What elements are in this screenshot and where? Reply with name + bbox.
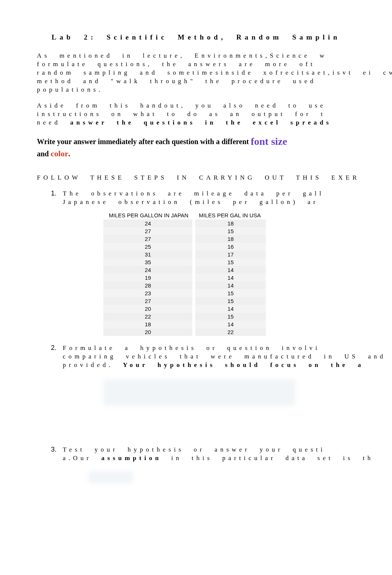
cell-usa: 14 xyxy=(194,266,266,274)
cell-usa: 15 xyxy=(194,289,266,297)
step-bold: Your hypothesis should focus on the a xyxy=(123,361,364,368)
step-line: The observations are mileage data per ga… xyxy=(63,190,355,198)
follow-steps-heading: FOLLOW THESE STEPS IN CARRYING OUT THIS … xyxy=(37,174,355,181)
intro-paragraph: As mentioned in lecture, Environments,Sc… xyxy=(37,52,355,94)
step-line: Japanese observation (miles per gallon) … xyxy=(63,198,355,207)
step-item: 1. The observations are mileage data per… xyxy=(51,190,355,336)
step-line: provided. Your hypothesis should focus o… xyxy=(63,361,355,370)
table-row: 2814 xyxy=(103,282,266,289)
table-row: 1814 xyxy=(103,320,266,328)
aside-bold: answer the questions in the excel spread… xyxy=(70,119,331,126)
table-header-japan: MILES PER GALLON IN JAPAN xyxy=(103,211,194,220)
table-row: 3117 xyxy=(103,251,266,258)
table-row: 2215 xyxy=(103,313,266,320)
blurred-answer-area xyxy=(89,471,133,483)
aside-line: Aside from this handout, you also need t… xyxy=(37,102,355,110)
step-number: 2. xyxy=(51,344,56,352)
table-row: 2315 xyxy=(103,289,266,297)
instruction-text: and xyxy=(37,150,51,158)
intro-line: method and "walk through" the procedure … xyxy=(37,77,355,86)
table-row: 1914 xyxy=(103,274,266,282)
step-line: Test your hypothesis or answer your ques… xyxy=(63,446,355,454)
table-row: 2014 xyxy=(103,305,266,313)
mileage-table: MILES PER GALLON IN JAPAN MILES PER GAL … xyxy=(103,211,266,336)
cell-usa: 16 xyxy=(194,243,266,251)
table-row: 2715 xyxy=(103,227,266,235)
step-number: 1. xyxy=(51,190,56,197)
cell-usa: 15 xyxy=(194,313,266,320)
cell-usa: 17 xyxy=(194,251,266,258)
step-text-span: provided. xyxy=(63,361,123,368)
cell-japan: 35 xyxy=(103,258,194,266)
aside-text: need xyxy=(37,119,70,126)
step-text-span: in this particular data set is th xyxy=(162,455,374,462)
cell-japan: 28 xyxy=(103,282,194,289)
cell-usa: 15 xyxy=(194,258,266,266)
cell-japan: 23 xyxy=(103,289,194,297)
cell-japan: 22 xyxy=(103,313,194,320)
instruction-text: . xyxy=(68,150,70,158)
color-emphasis: color xyxy=(51,149,68,158)
intro-line: formulate questions, the answers are mor… xyxy=(37,60,355,69)
table-row: 2516 xyxy=(103,243,266,251)
cell-usa: 14 xyxy=(194,320,266,328)
table-row: 2715 xyxy=(103,297,266,305)
cell-japan: 19 xyxy=(103,274,194,282)
intro-line: random sampling and sometimesinside xofr… xyxy=(37,69,355,77)
step-item: 2. Formulate a hypothesis or question in… xyxy=(51,344,355,439)
font-size-emphasis: font size xyxy=(251,136,287,147)
step-text-span: a.Our xyxy=(63,455,101,462)
cell-japan: 20 xyxy=(103,328,194,336)
cell-usa: 22 xyxy=(194,328,266,336)
table-header-usa: MILES PER GAL IN USA xyxy=(194,211,266,220)
cell-usa: 14 xyxy=(194,274,266,282)
table-row: 2718 xyxy=(103,235,266,243)
cell-japan: 27 xyxy=(103,297,194,305)
step-line: Formulate a hypothesis or question invol… xyxy=(63,344,355,353)
step-line: a.Our assumption in this particular data… xyxy=(63,454,355,463)
instruction-note: Write your answer immediately after each… xyxy=(37,135,355,159)
step-line: comparing vehicles that were manufacture… xyxy=(63,353,355,361)
table-row: 2414 xyxy=(103,266,266,274)
aside-line: instructions on what to do as an output … xyxy=(37,110,355,119)
cell-japan: 18 xyxy=(103,320,194,328)
aside-paragraph: Aside from this handout, you also need t… xyxy=(37,102,355,127)
step-number: 3. xyxy=(51,446,56,453)
step-item: 3. Test your hypothesis or answer your q… xyxy=(51,446,355,483)
steps-list: 1. The observations are mileage data per… xyxy=(51,190,355,483)
cell-usa: 14 xyxy=(194,305,266,313)
cell-japan: 27 xyxy=(103,227,194,235)
cell-japan: 25 xyxy=(103,243,194,251)
aside-line: need answer the questions in the excel s… xyxy=(37,119,355,127)
cell-japan: 31 xyxy=(103,251,194,258)
cell-japan: 24 xyxy=(103,266,194,274)
step-bold: assumption xyxy=(101,455,161,462)
intro-line: populations. xyxy=(37,86,355,94)
cell-japan: 20 xyxy=(103,305,194,313)
instruction-text: Write your answer immediately after each… xyxy=(37,137,249,146)
table-row: 2418 xyxy=(103,220,266,227)
table-row: 3515 xyxy=(103,258,266,266)
table-row: 2022 xyxy=(103,328,266,336)
cell-usa: 15 xyxy=(194,227,266,235)
cell-japan: 27 xyxy=(103,235,194,243)
blurred-answer-area xyxy=(103,379,295,406)
cell-usa: 14 xyxy=(194,282,266,289)
lab-title: Lab 2: Scientific Method, Random Samplin xyxy=(37,33,355,41)
cell-usa: 18 xyxy=(194,220,266,227)
cell-usa: 18 xyxy=(194,235,266,243)
intro-line: As mentioned in lecture, Environments,Sc… xyxy=(37,52,355,60)
cell-usa: 15 xyxy=(194,297,266,305)
cell-japan: 24 xyxy=(103,220,194,227)
